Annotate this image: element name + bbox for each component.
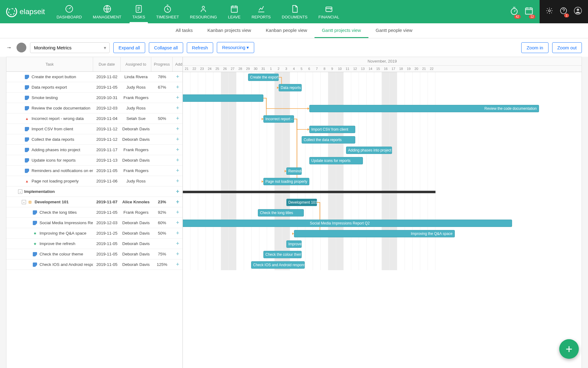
gear-icon[interactable] — [546, 7, 553, 16]
subtab[interactable]: Kanban people view — [258, 23, 315, 38]
task-row[interactable]: ★Improve the refresh2019-11-05Deborah Da… — [6, 239, 183, 249]
collapse-sidebar-icon[interactable]: → — [6, 44, 12, 51]
add-subtask-icon[interactable]: + — [173, 157, 183, 163]
task-row[interactable]: Adding phases into project2019-11-17Fran… — [6, 145, 183, 155]
gantt-bar[interactable]: Check IOS and Android responsiveness — [251, 261, 305, 269]
task-row[interactable]: Collect the data reports2019-11-12Debora… — [6, 134, 183, 145]
subtab[interactable]: All tasks — [168, 23, 200, 38]
gantt-row: Check the long titles — [183, 208, 582, 218]
add-subtask-icon[interactable]: + — [173, 136, 183, 143]
user-avatar-icon[interactable] — [574, 7, 582, 17]
nav-leave[interactable]: LEAVE — [222, 0, 246, 23]
task-row[interactable]: Smoke testing2019-10-31Frank Rogers+ — [6, 93, 183, 103]
subtab[interactable]: Kanban projects view — [200, 23, 258, 38]
nav-dashboard[interactable]: DASHBOARD — [51, 0, 87, 23]
subtab[interactable]: Gantt projects view — [315, 23, 368, 38]
task-row[interactable]: Data reports export2019-11-05Judy Ross67… — [6, 82, 183, 93]
gantt-bar[interactable]: Check the colour theme — [263, 251, 302, 258]
col-header-task: Task — [6, 57, 93, 71]
gantt-bar[interactable]: Improve the refresh — [286, 240, 302, 248]
add-subtask-icon[interactable]: + — [173, 147, 183, 153]
add-subtask-icon[interactable]: + — [173, 178, 183, 184]
task-assigned: Linda Rivera — [121, 75, 151, 79]
nav-timesheet[interactable]: TIMESHEET — [151, 0, 184, 23]
note-icon — [33, 263, 37, 267]
task-row[interactable]: Check the colour theme2019-11-05Deborah … — [6, 249, 183, 259]
gantt-bar[interactable]: Adding phases into project — [346, 147, 392, 154]
add-subtask-icon[interactable]: + — [173, 188, 183, 195]
gantt-bar[interactable]: Data reports export — [279, 84, 302, 91]
nav-tasks[interactable]: TASKS — [127, 0, 151, 23]
gantt-timeline-header: November, 2019 2122232425262728293031123… — [183, 57, 582, 72]
toolbar: → Monitoring Metrics Expand all Collapse… — [0, 38, 588, 57]
task-row[interactable]: Import CSV from client2019-11-12Deborah … — [6, 124, 183, 134]
subtab[interactable]: Gantt people view — [368, 23, 420, 38]
gantt-bar[interactable]: Review the code documentation — [309, 105, 539, 112]
expand-all-button[interactable]: Expand all — [113, 42, 145, 53]
add-subtask-icon[interactable]: + — [173, 115, 183, 122]
task-row[interactable]: Update icons for reports2019-11-13Debora… — [6, 155, 183, 166]
nav-documents[interactable]: DOCUMENTS — [276, 0, 313, 23]
task-row[interactable]: -⊟Development 1012019-11-07Alice Knnoles… — [6, 197, 183, 207]
task-row[interactable]: Reminders and notifications on email2019… — [6, 166, 183, 176]
add-subtask-icon[interactable]: + — [173, 94, 183, 101]
add-subtask-icon[interactable]: + — [173, 230, 183, 236]
logo[interactable]: elapseit — [0, 0, 51, 23]
collapse-all-button[interactable]: Collapse all — [149, 42, 183, 53]
nav-reports[interactable]: REPORTS — [246, 0, 276, 23]
refresh-button[interactable]: Refresh — [187, 42, 213, 53]
nav-resourcing[interactable]: RESOURCING — [184, 0, 222, 23]
add-subtask-icon[interactable]: + — [173, 209, 183, 216]
zoom-out-button[interactable]: Zoom out — [552, 42, 582, 53]
task-assigned: Judy Ross — [121, 179, 151, 183]
gantt-bar[interactable]: Improving the Q&A space — [294, 230, 455, 237]
task-row[interactable]: Social Media Impressions Report Q22019-1… — [6, 218, 183, 228]
task-row[interactable]: Review the code documentation2019-12-03J… — [6, 103, 183, 113]
task-row[interactable]: ★Improving the Q&A space2019-11-25Debora… — [6, 228, 183, 239]
task-row[interactable]: Check the long titles2019-11-05Frank Rog… — [6, 207, 183, 218]
gantt-bar[interactable]: Create the export button — [248, 74, 279, 81]
add-subtask-icon[interactable]: + — [173, 240, 183, 247]
gantt-bar[interactable]: Update icons for reports — [309, 157, 363, 164]
add-subtask-icon[interactable]: + — [173, 105, 183, 111]
add-subtask-icon[interactable]: + — [173, 84, 183, 90]
stopwatch-icon[interactable]: 42 — [510, 6, 519, 17]
gantt-bar[interactable] — [183, 94, 263, 102]
task-row[interactable]: ▲Incorrect report - wrong data2019-11-04… — [6, 113, 183, 124]
gantt-bar[interactable]: Page not loading properly — [263, 178, 309, 185]
add-subtask-icon[interactable]: + — [173, 251, 183, 257]
project-select[interactable]: Monitoring Metrics — [30, 42, 110, 53]
gantt-bar[interactable]: Check the long titles — [258, 209, 304, 217]
resourcing-button[interactable]: Resourcing — [217, 42, 254, 53]
add-subtask-icon[interactable]: + — [173, 74, 183, 80]
project-avatar[interactable] — [17, 43, 26, 52]
expand-toggle[interactable]: - — [18, 190, 22, 194]
gantt-bar[interactable]: Reminders — [286, 167, 302, 175]
gantt-row: Collect the data reports — [183, 135, 582, 145]
task-row[interactable]: Check IOS and Android responsiveness2019… — [6, 259, 183, 270]
gantt-bar[interactable]: Development 101 — [286, 199, 317, 206]
add-subtask-icon[interactable]: + — [173, 261, 183, 268]
task-row[interactable]: -Implementation+ — [6, 186, 183, 197]
gantt-bar[interactable]: Import CSV from client — [309, 126, 355, 133]
gantt-bar[interactable]: Collect the data reports — [302, 136, 355, 144]
nav-financial[interactable]: FINANCIAL — [313, 0, 345, 23]
calendar-icon[interactable]: 12 — [524, 6, 533, 17]
gantt-row: Social Media Impressions Report Q2 — [183, 218, 582, 228]
add-subtask-icon[interactable]: + — [173, 220, 183, 226]
task-row[interactable]: ▲Page not loading properly2019-11-06Judy… — [6, 176, 183, 186]
add-subtask-icon[interactable]: + — [173, 126, 183, 132]
gantt-bar[interactable]: Incorrect report - wrong data — [263, 115, 294, 123]
add-subtask-icon[interactable]: + — [173, 199, 183, 205]
zoom-in-button[interactable]: Zoom in — [521, 42, 548, 53]
warning-icon: ▲ — [25, 117, 29, 121]
nav-management[interactable]: MANAGEMENT — [87, 0, 127, 23]
gantt-bar[interactable] — [183, 191, 435, 193]
help-icon[interactable]: 1 — [560, 7, 567, 16]
add-subtask-icon[interactable]: + — [173, 167, 183, 174]
gantt-bar[interactable]: Social Media Impressions Report Q2 — [183, 220, 512, 227]
expand-toggle[interactable]: - — [22, 200, 26, 204]
project-selected-value: Monitoring Metrics — [34, 45, 72, 50]
task-row[interactable]: Create the export button2019-11-02Linda … — [6, 72, 183, 82]
add-task-fab[interactable]: + — [559, 339, 579, 359]
